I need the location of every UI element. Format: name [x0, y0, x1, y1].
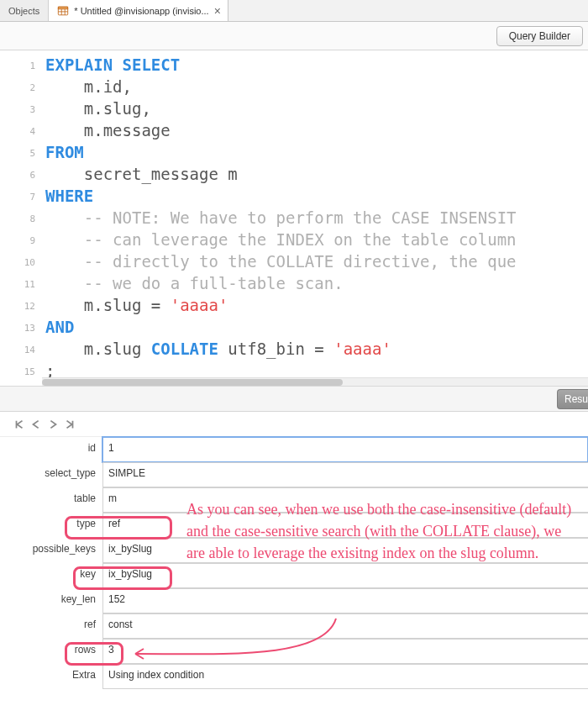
annotation-text: As you can see, when we use both the cas… [186, 498, 573, 564]
label-possible-keys: possible_keys [0, 538, 102, 563]
highlight-rows [65, 642, 123, 666]
label-select-type: select_type [0, 462, 102, 487]
tab-strip: Objects * Untitled @invisionapp (invisio… [0, 0, 588, 22]
annotation-arrow-icon [122, 613, 374, 689]
value-select-type[interactable]: SIMPLE [102, 462, 588, 487]
scrollbar-thumb[interactable] [42, 379, 343, 386]
highlight-type [65, 516, 172, 540]
svg-rect-1 [59, 7, 68, 9]
label-key-len: key_len [0, 588, 102, 613]
next-record-icon[interactable] [47, 419, 59, 430]
close-icon[interactable]: × [214, 5, 221, 17]
record-nav [0, 412, 588, 437]
value-key[interactable]: ix_bySlug [102, 563, 588, 588]
results-button[interactable]: Resu [557, 389, 588, 409]
editor-toolbar: Query Builder [0, 22, 588, 50]
query-builder-button[interactable]: Query Builder [496, 26, 583, 46]
tab-title: * Untitled @invisionapp (invisio... [74, 6, 208, 16]
value-key-len[interactable]: 152 [102, 588, 588, 613]
line-gutter: 123 456 789 101112 131415 [0, 50, 42, 378]
highlight-key [73, 566, 172, 590]
label-table: table [0, 487, 102, 513]
last-record-icon[interactable] [64, 419, 76, 430]
editor-horizontal-scrollbar[interactable] [42, 377, 588, 386]
value-id[interactable]: 1 [102, 437, 588, 462]
label-id: id [0, 437, 102, 462]
tab-objects[interactable]: Objects [0, 0, 49, 21]
results-toolbar: Resu [0, 387, 588, 412]
label-ref: ref [0, 613, 102, 639]
sql-editor[interactable]: 123 456 789 101112 131415 EXPLAIN SELECT… [0, 50, 588, 387]
tab-query[interactable]: * Untitled @invisionapp (invisio... × [49, 0, 228, 21]
first-record-icon[interactable] [13, 419, 25, 430]
table-query-icon [57, 5, 69, 17]
prev-record-icon[interactable] [30, 419, 42, 430]
label-extra: Extra [0, 664, 102, 689]
code-area[interactable]: EXPLAIN SELECT m.id, m.slug, m.message F… [42, 50, 588, 378]
